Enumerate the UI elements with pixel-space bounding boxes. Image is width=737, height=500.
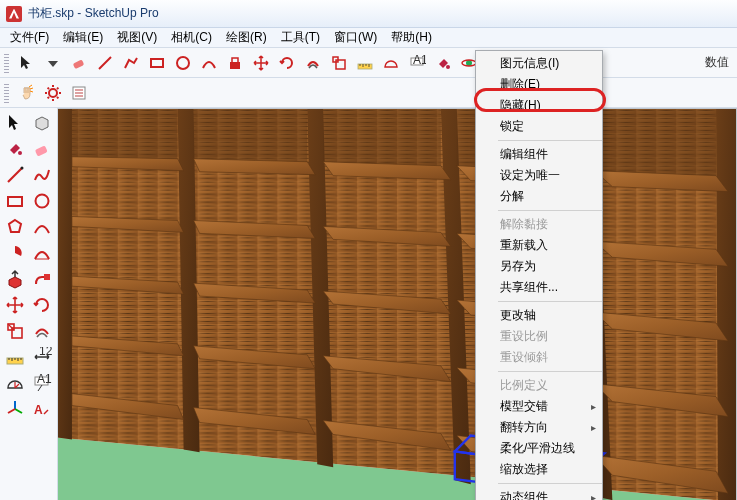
svg-marker-19 — [9, 220, 21, 232]
line-red-icon[interactable] — [93, 51, 117, 75]
circle-icon[interactable] — [171, 51, 195, 75]
move-tool-icon[interactable] — [249, 51, 273, 75]
dropdown-icon[interactable] — [41, 51, 65, 75]
menu-bar: 文件(F) 编辑(E) 视图(V) 相机(C) 绘图(R) 工具(T) 窗口(W… — [0, 28, 737, 48]
ctx-share-component[interactable]: 共享组件... — [476, 277, 602, 298]
menu-tools[interactable]: 工具(T) — [275, 27, 326, 48]
eraser-icon[interactable] — [28, 136, 55, 162]
svg-text:12: 12 — [39, 347, 52, 358]
list-tool-icon[interactable] — [67, 81, 91, 105]
ctx-dynamic-components[interactable]: 动态组件 — [476, 487, 602, 500]
sketchup-app-icon — [6, 6, 22, 22]
menu-window[interactable]: 窗口(W) — [328, 27, 383, 48]
main-toolbar: A1 数值 — [0, 48, 737, 78]
arc-tool-icon[interactable] — [28, 214, 55, 240]
ctx-save-as[interactable]: 另存为 — [476, 256, 602, 277]
rectangle-icon[interactable] — [145, 51, 169, 75]
axes-tool-icon[interactable] — [1, 396, 28, 422]
ctx-change-axes[interactable]: 更改轴 — [476, 305, 602, 326]
context-separator — [498, 301, 602, 302]
svg-rect-15 — [34, 145, 47, 156]
eraser-pink-icon[interactable] — [67, 51, 91, 75]
freehand-tool-icon[interactable] — [28, 162, 55, 188]
ctx-explode[interactable]: 分解 — [476, 186, 602, 207]
offset-tool-icon[interactable] — [28, 318, 55, 344]
circle-tool-icon[interactable] — [28, 188, 55, 214]
svg-marker-66 — [323, 109, 441, 166]
ctx-make-unique[interactable]: 设定为唯一 — [476, 165, 602, 186]
polygon-tool-icon[interactable] — [1, 214, 28, 240]
options-gear-icon[interactable] — [41, 81, 65, 105]
svg-text:A: A — [34, 403, 43, 417]
ctx-scale-definition: 比例定义 — [476, 375, 602, 396]
menu-draw[interactable]: 绘图(R) — [220, 27, 273, 48]
paintbucket-tool-icon[interactable] — [431, 51, 455, 75]
svg-point-12 — [49, 89, 57, 97]
value-label: 数值 — [701, 54, 733, 71]
3d-viewport[interactable] — [58, 108, 737, 500]
svg-point-16 — [20, 167, 23, 170]
svg-marker-68 — [594, 109, 716, 176]
offset-tool-icon[interactable] — [301, 51, 325, 75]
svg-point-9 — [446, 65, 450, 69]
context-separator — [498, 483, 602, 484]
ctx-reload[interactable]: 重新载入 — [476, 235, 602, 256]
line-tool-icon[interactable] — [1, 162, 28, 188]
select-tool-icon[interactable] — [15, 51, 39, 75]
ctx-entity-info[interactable]: 图元信息(I) — [476, 53, 602, 74]
svg-text:A1: A1 — [413, 54, 426, 67]
ctx-delete[interactable]: 删除(E) — [476, 74, 602, 95]
rotate-tool-icon[interactable] — [275, 51, 299, 75]
ctx-edit-component[interactable]: 编辑组件 — [476, 144, 602, 165]
tape-tool-icon[interactable] — [353, 51, 377, 75]
dimension-tool-icon[interactable]: 12 — [28, 344, 55, 370]
text-label-icon[interactable]: A1 — [28, 370, 55, 396]
rotate-tool-icon[interactable] — [28, 292, 55, 318]
poly-icon[interactable] — [119, 51, 143, 75]
ctx-hide[interactable]: 隐藏(H) — [476, 95, 602, 116]
protractor-tool-icon[interactable] — [379, 51, 403, 75]
interact-tool-icon[interactable] — [15, 81, 39, 105]
scale-tool-icon[interactable] — [1, 318, 28, 344]
svg-rect-1 — [151, 59, 163, 67]
menu-view[interactable]: 视图(V) — [111, 27, 163, 48]
ctx-lock[interactable]: 锁定 — [476, 116, 602, 137]
menu-camera[interactable]: 相机(C) — [165, 27, 218, 48]
3darc-tool-icon[interactable] — [28, 240, 55, 266]
rectangle-tool-icon[interactable] — [1, 188, 28, 214]
ctx-soften[interactable]: 柔化/平滑边线 — [476, 438, 602, 459]
menu-edit[interactable]: 编辑(E) — [57, 27, 109, 48]
title-bar: 书柜.skp - SketchUp Pro — [0, 0, 737, 28]
toolbar-grip[interactable] — [4, 83, 9, 103]
scale-tool-icon[interactable] — [327, 51, 351, 75]
protractor-tool-icon[interactable] — [1, 370, 28, 396]
svg-marker-38 — [716, 109, 736, 500]
ctx-intersect[interactable]: 模型交错 — [476, 396, 602, 417]
context-menu: 图元信息(I) 删除(E) 隐藏(H) 锁定 编辑组件 设定为唯一 分解 解除黏… — [475, 50, 603, 500]
secondary-toolbar — [0, 78, 737, 108]
arc-icon[interactable] — [197, 51, 221, 75]
context-separator — [498, 140, 602, 141]
ctx-reset-scale: 重设比例 — [476, 326, 602, 347]
make-component-icon[interactable] — [28, 110, 55, 136]
followme-tool-icon[interactable] — [28, 266, 55, 292]
pushpull-icon[interactable] — [223, 51, 247, 75]
3dtext-tool-icon[interactable]: A — [28, 396, 55, 422]
context-separator — [498, 371, 602, 372]
svg-text:A1: A1 — [37, 373, 52, 386]
menu-file[interactable]: 文件(F) — [4, 27, 55, 48]
toolbar-grip[interactable] — [4, 53, 9, 73]
svg-rect-0 — [73, 59, 85, 69]
tool-palette: 12 A1 A — [0, 108, 58, 500]
text-tool-icon[interactable]: A1 — [405, 51, 429, 75]
pie-tool-icon[interactable] — [1, 240, 28, 266]
ctx-flip[interactable]: 翻转方向 — [476, 417, 602, 438]
move-tool-icon[interactable] — [1, 292, 28, 318]
paintbucket-icon[interactable] — [1, 136, 28, 162]
ctx-zoom-selection[interactable]: 缩放选择 — [476, 459, 602, 480]
select-tool-icon[interactable] — [1, 110, 28, 136]
menu-help[interactable]: 帮助(H) — [385, 27, 438, 48]
tape-tool-icon[interactable] — [1, 344, 28, 370]
svg-rect-17 — [8, 197, 22, 206]
pushpull-tool-icon[interactable] — [1, 266, 28, 292]
